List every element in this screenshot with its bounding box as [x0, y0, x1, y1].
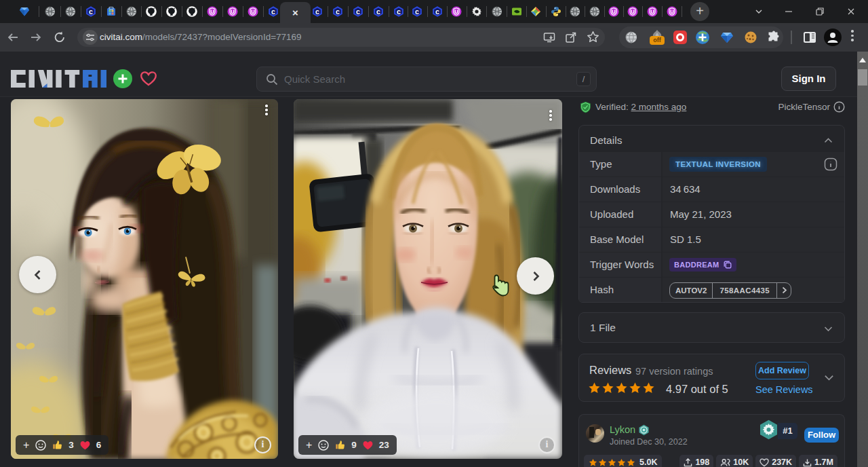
svg-text:c: c — [397, 7, 401, 16]
svg-text:c: c — [376, 7, 380, 16]
svg-text:c: c — [315, 7, 319, 16]
svg-text:c: c — [415, 7, 419, 16]
svg-text:c: c — [336, 7, 340, 16]
svg-text:c: c — [356, 7, 360, 16]
svg-text:c: c — [435, 7, 439, 16]
svg-text:c: c — [271, 7, 275, 16]
svg-text:c: c — [89, 7, 93, 16]
